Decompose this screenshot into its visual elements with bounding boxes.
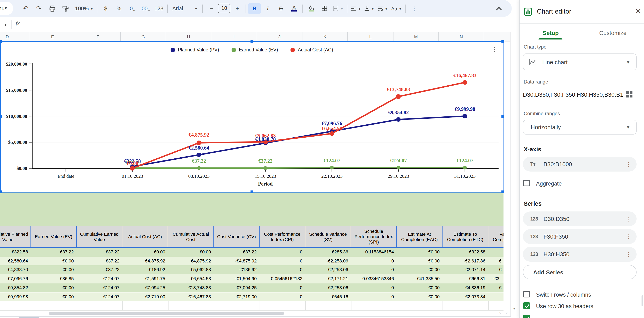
x-axis-range[interactable]: Tт B30:B1000 ⋮ [523,157,636,171]
table-cell[interactable]: -€2,073.84 [442,292,488,301]
table-cell[interactable]: 0 [351,292,397,301]
table-cell[interactable]: 0 [260,292,305,301]
kebab-menu-icon[interactable]: ⋮ [626,233,632,240]
table-cell[interactable]: 0 [260,248,305,257]
table-cell[interactable]: € [488,284,504,292]
chart-handle-mid-left[interactable] [0,115,2,118]
chart-type-select[interactable]: Line chart ▼ [523,53,636,70]
table-cell[interactable]: 0.1153846154 [351,248,397,257]
text-wrap-button[interactable]: ▼ [376,3,389,14]
table-cell[interactable] [488,248,504,257]
kebab-menu-icon[interactable]: ⋮ [626,251,632,258]
vertical-scroll-down-icon[interactable]: ▼ [512,307,516,311]
redo-icon[interactable]: ↷ [32,3,45,14]
font-size-input[interactable]: 10 [218,4,230,13]
table-cell[interactable]: €0.00 [397,284,442,292]
chart-handle-top-right[interactable] [502,40,504,43]
select-data-range-icon[interactable] [626,91,633,100]
add-series-button[interactable]: Add Series [523,265,636,279]
table-cell[interactable]: €124.07 [77,292,122,301]
table-cell[interactable]: €4,838.70 [0,266,31,274]
table-cell[interactable]: €0.00 [31,292,77,301]
name-box-dropdown-icon[interactable]: ▼ [4,23,8,27]
switch-rows-columns-checkbox[interactable] [523,291,530,298]
table-cell[interactable]: €37.22 [77,257,122,265]
chart-handle-top-left[interactable] [0,40,2,43]
table-cell[interactable]: € [488,257,504,265]
table-cell[interactable]: 0.05456162182 [260,274,305,283]
format-currency-button[interactable]: $ [99,3,112,14]
chart-handle-mid-right[interactable] [502,115,504,118]
increase-decimals-button[interactable]: .00→ [139,3,152,14]
chart-handle-top-center[interactable] [250,40,254,43]
table-cell[interactable]: €37.22 [77,248,122,257]
table-cell[interactable]: €0.00 [31,266,77,274]
table-cell[interactable]: -€1,504.90 [214,274,260,283]
zoom-select[interactable]: 100%▼ [74,3,95,14]
decrease-font-size-button[interactable]: − [205,3,218,14]
column-header-G[interactable]: G [121,32,166,41]
column-header-E[interactable]: E [30,32,76,41]
table-cell[interactable]: €124.07 [77,274,122,283]
table-cell[interactable]: 0 [260,284,305,292]
text-rotation-button[interactable]: A ▼ [390,3,404,14]
font-family-select[interactable]: Arial▼ [170,3,200,14]
more-formats-button[interactable]: 123 [153,3,166,14]
column-header-D[interactable]: D [0,32,30,41]
fill-color-button[interactable] [305,3,318,14]
menus-button[interactable]: nus [0,2,13,15]
bold-button[interactable]: B [248,3,261,14]
kebab-menu-icon[interactable]: ⋮ [626,216,632,222]
embedded-chart[interactable]: Planned Value (PV)Earned Value (EV)Actua… [0,41,504,192]
more-toolbar-button[interactable]: ⋮ [408,3,421,14]
table-cell[interactable]: -€4,875.92 [214,257,260,265]
increase-font-size-button[interactable]: + [231,3,244,14]
data-range-value[interactable]: D30:D350,F30:F350,H30:H350,B30:B1000 [523,91,624,98]
table-cell[interactable]: -€285.36 [305,248,351,257]
table-cell[interactable]: -€2,258.06 [305,266,351,274]
table-cell[interactable]: € [488,266,504,274]
series-range-3[interactable]: 123H30:H350⋮ [523,247,636,262]
text-color-button[interactable]: A [288,3,300,14]
chart-menu-icon[interactable]: ⋮ [492,46,498,53]
table-cell[interactable]: €9,354.82 [0,284,31,292]
table-cell[interactable] [488,292,504,301]
vertical-align-button[interactable]: ▼ [363,3,376,14]
table-cell[interactable]: €2,719.00 [122,292,168,301]
table-cell[interactable]: €37.22 [214,248,260,257]
table-cell[interactable]: €2,580.64 [0,257,31,265]
table-cell[interactable]: €6,654.58 [168,274,214,283]
table-cell[interactable]: 0 [351,284,397,292]
borders-button[interactable] [318,3,331,14]
table-cell[interactable]: -€645.16 [305,292,351,301]
column-header-H[interactable]: H [166,32,211,41]
table-cell[interactable]: -€2,617.86 [442,257,488,265]
collapse-toolbar-button[interactable] [492,3,505,14]
table-cell[interactable]: €5,062.83 [168,266,214,274]
table-cell[interactable]: €322.58 [0,248,31,257]
tab-customize[interactable]: Customize [582,30,644,36]
table-cell[interactable]: €1,591.75 [122,274,168,283]
table-cell[interactable]: €37.22 [31,248,77,257]
column-header-F[interactable]: F [76,32,121,41]
table-cell[interactable]: €0.00 [397,248,442,257]
paint-format-icon[interactable] [59,3,72,14]
series-range-2[interactable]: 123F30:F350⋮ [523,229,636,244]
column-header-I[interactable]: I [211,32,257,41]
table-cell[interactable]: €4,875.92 [168,257,214,265]
close-icon[interactable]: ✕ [635,7,641,16]
table-cell[interactable]: -€4,836.19 [442,284,488,292]
table-cell[interactable]: 0 [351,266,397,274]
chart-handle-bottom-center[interactable] [250,190,254,193]
table-cell[interactable]: -€2,258.06 [305,257,351,265]
table-cell[interactable]: €13,748.83 [168,284,214,292]
table-cell[interactable]: €7,094.25 [122,284,168,292]
column-header-M[interactable]: M [394,32,439,41]
table-cell[interactable]: -€2,719.00 [214,292,260,301]
chart-handle-bottom-right[interactable] [502,190,504,193]
table-cell[interactable]: €0.00 [31,284,77,292]
kebab-menu-icon[interactable]: ⋮ [626,161,632,167]
table-cell[interactable]: €124.07 [77,284,122,292]
table-cell[interactable]: €0.00 [397,257,442,265]
table-cell[interactable]: €9,999.98 [0,292,31,301]
